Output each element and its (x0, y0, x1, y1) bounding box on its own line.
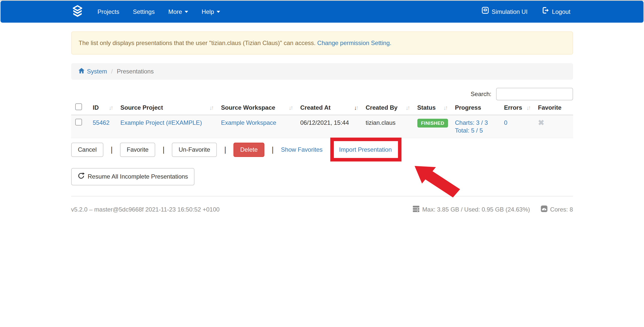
nav-item-more[interactable]: More (162, 1, 195, 23)
version-text: v5.2.0 – master@5dc9668f 2021-11-23 16:5… (71, 206, 220, 213)
chevron-down-icon (217, 11, 220, 13)
memory-usage: Max: 3.85 GB / Used: 0.95 GB (24.63%) (412, 205, 530, 214)
nav-item-help[interactable]: Help (195, 1, 227, 23)
refresh-icon (78, 172, 85, 181)
favorite-button[interactable]: Favorite (120, 143, 155, 157)
separator: | (224, 146, 226, 154)
table-row: 55462 Example Project (#EXAMPLE) Example… (71, 115, 573, 138)
nav-item-settings[interactable]: Settings (126, 1, 162, 23)
sort-icon[interactable]: ↓↑ (210, 105, 213, 111)
cores-info: Cores: 8 (541, 205, 573, 214)
home-icon (78, 67, 85, 75)
errors-link[interactable]: 0 (504, 119, 507, 126)
import-presentation-link[interactable]: Import Presentation (339, 146, 392, 153)
show-favorites-link[interactable]: Show Favorites (281, 146, 323, 153)
sort-icon[interactable]: ↓↑ (527, 105, 530, 111)
brand-logo[interactable] (68, 5, 87, 19)
row-source-project-link[interactable]: Example Project (#EXAMPLE) (120, 119, 202, 126)
separator: | (330, 146, 332, 154)
row-created-at: 06/12/2021, 15:44 (300, 119, 349, 126)
search-label: Search: (471, 91, 492, 98)
row-created-by: tizian.claus (366, 119, 396, 126)
sort-icon[interactable]: ↓↑ (109, 105, 112, 111)
resume-row: Resume All Incomplete Presentations (71, 168, 573, 185)
col-header-created-by[interactable]: Created By↓↑ (362, 100, 413, 115)
row-id-link[interactable]: 55462 (93, 119, 110, 126)
sort-desc-icon[interactable]: ↓↑ (354, 105, 358, 111)
server-memory-icon (412, 205, 420, 214)
unfavorite-button[interactable]: Un-Favorite (172, 143, 217, 157)
search-row: Search: (71, 88, 573, 100)
footer: v5.2.0 – master@5dc9668f 2021-11-23 16:5… (71, 196, 573, 214)
cancel-button[interactable]: Cancel (71, 143, 104, 157)
separator: | (163, 146, 165, 154)
nav-item-simulation-ui[interactable]: Simulation UI (482, 1, 528, 23)
top-navbar: Projects Settings More Help Simulation U… (1, 1, 643, 23)
col-header-favorite: Favorite (534, 100, 573, 115)
row-checkbox[interactable] (75, 119, 82, 126)
gauge-icon (541, 205, 548, 214)
breadcrumb-current: Presentations (117, 68, 154, 75)
progress-charts-link[interactable]: Charts: 3 / 3 (455, 119, 488, 126)
col-header-created-at[interactable]: Created At↓↑ (296, 100, 362, 115)
col-header-errors[interactable]: Errors↓↑ (500, 100, 534, 115)
col-header-status[interactable]: Status↓↑ (413, 100, 451, 115)
sort-icon[interactable]: ↓↑ (444, 105, 447, 111)
col-header-source-project[interactable]: Source Project↓↑ (116, 100, 217, 115)
breadcrumb-system[interactable]: System (78, 67, 107, 75)
progress-total-link[interactable]: Total: 5 / 5 (455, 127, 483, 134)
col-header-progress: Progress (451, 100, 500, 115)
search-input[interactable] (496, 88, 573, 100)
separator: | (111, 146, 113, 154)
layers-icon (71, 5, 84, 19)
app-window-icon (482, 1, 489, 23)
sort-icon[interactable]: ↓↑ (406, 105, 409, 111)
col-header-source-workspace[interactable]: Source Workspace↓↑ (217, 100, 296, 115)
col-header-id[interactable]: ID↓↑ (89, 100, 116, 115)
select-all-checkbox[interactable] (75, 103, 82, 110)
nav-item-logout[interactable]: Logout (542, 1, 570, 23)
breadcrumb: System / Presentations (71, 63, 573, 80)
resume-all-button[interactable]: Resume All Incomplete Presentations (71, 168, 195, 185)
annotation-arrow (413, 165, 462, 200)
logout-icon (542, 1, 549, 23)
permission-alert: The list only displays presentations tha… (71, 31, 573, 55)
separator: | (272, 146, 274, 154)
alert-text: The list only displays presentations tha… (79, 39, 317, 46)
sort-icon[interactable]: ↓↑ (289, 105, 292, 111)
navbar-right: Simulation UI Logout (482, 1, 570, 23)
navbar-menu: Projects Settings More Help (91, 1, 227, 23)
breadcrumb-separator: / (111, 68, 113, 75)
actions-row: Cancel | Favorite | Un-Favorite | Delete… (71, 143, 573, 157)
presentations-table: ID↓↑ Source Project↓↑ Source Workspace↓↑… (71, 100, 573, 138)
change-permission-link[interactable]: Change permission Setting. (317, 39, 391, 46)
favorite-toggle-x-icon[interactable]: ✖ (538, 118, 544, 127)
table-header-row: ID↓↑ Source Project↓↑ Source Workspace↓↑… (71, 100, 573, 115)
nav-item-projects[interactable]: Projects (91, 1, 126, 23)
row-source-workspace-link[interactable]: Example Workspace (221, 119, 276, 126)
chevron-down-icon (185, 11, 188, 13)
delete-button[interactable]: Delete (233, 143, 264, 157)
status-badge: FINISHED (417, 119, 448, 128)
